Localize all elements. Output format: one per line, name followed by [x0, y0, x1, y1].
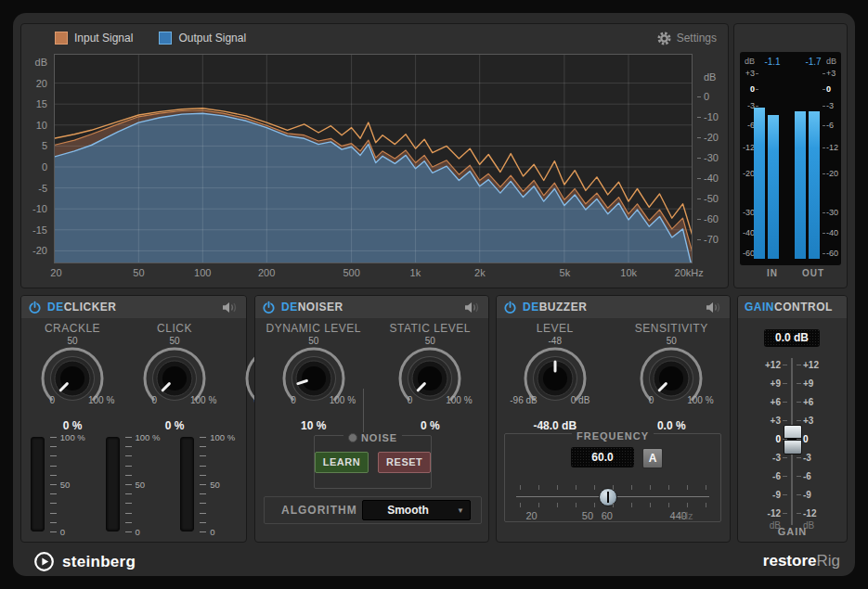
monitor-speaker-icon[interactable] [464, 301, 481, 314]
spectrum-axis-right: dB0-10-20-30-40-50-60-70 [696, 54, 728, 263]
declicker-title-accent: DE [47, 301, 64, 314]
spectrum-legend: Input SignalOutput Signal [21, 24, 728, 52]
output-meter-label: OUT [793, 268, 834, 278]
gain-value-display[interactable]: 0.0 dB [764, 329, 820, 347]
noise-led-indicator [348, 433, 357, 442]
input-meter-label: IN [752, 268, 793, 278]
gain-fader[interactable]: +12+12+9+9+6+6+3+300-3-3-6-6-9-9-12-12dB… [738, 355, 849, 537]
knob-sensitivity: SENSITIVITY500100 %0.0 % [614, 322, 731, 436]
knob-click: CLICK500100 %0 % [123, 322, 226, 436]
gear-icon [657, 32, 671, 45]
power-icon[interactable] [262, 301, 276, 314]
knob-crackle: CRACKLE500100 %0 % [21, 322, 123, 436]
gain-fader-handle[interactable] [784, 425, 802, 455]
spectrum-plot [54, 54, 693, 263]
declicker-module: DE CLICKER CRACKLE500100 %0 %CLICK500100… [20, 295, 247, 543]
debuzzer-module: DE BUZZER LEVEL-48-96 dB0 dB-48.0 dBSENS… [496, 295, 731, 543]
declicker-header: DE CLICKER [21, 296, 246, 318]
gain-control-module: GAIN CONTROL 0.0 dB +12+12+9+9+6+6+3+300… [737, 295, 848, 543]
legend-swatch-icon [159, 32, 172, 45]
monitor-speaker-icon[interactable] [222, 301, 239, 314]
frequency-slider-handle[interactable] [599, 488, 617, 506]
denoiser-header: DE NOISER [255, 296, 488, 318]
plugin-window: Input SignalOutput Signal Settings dB201… [13, 13, 855, 576]
knob-control[interactable]: 500100 % [21, 338, 123, 419]
steinberg-logo-icon [33, 551, 55, 572]
knob-control[interactable]: 500100 % [123, 338, 226, 419]
io-meter-box: dB -1.1 -1.7 dB +3+300-3-3-6-6-12-12-20-… [740, 52, 841, 265]
denoiser-title: NOISER [298, 301, 343, 314]
reset-button[interactable]: RESET [378, 452, 431, 473]
algorithm-value: Smooth [363, 501, 453, 519]
debuzzer-knobs: LEVEL-48-96 dB0 dB-48.0 dBSENSITIVITY500… [497, 322, 730, 436]
monitor-speaker-icon[interactable] [706, 301, 722, 314]
declicker-meters: 100 %500100 %500100 %500 [21, 437, 246, 531]
learn-button[interactable]: LEARN [315, 452, 369, 473]
algorithm-label: ALGORITHM [281, 504, 357, 517]
reduction-meter: 100 %500 [21, 437, 97, 531]
reduction-meter: 100 %500 [171, 437, 246, 531]
spectrum-svg [54, 54, 693, 263]
knob-static-level: STATIC LEVEL500100 %0 % [372, 322, 489, 436]
steinberg-brand: steinberg [33, 551, 136, 572]
gain-title: CONTROL [774, 301, 833, 314]
legend-item-output[interactable]: Output Signal [159, 32, 246, 45]
frequency-slider[interactable] [516, 480, 709, 512]
io-meter-labels: IN OUT [740, 268, 841, 283]
declicker-title: CLICKER [64, 301, 117, 314]
auto-detect-button[interactable]: A [642, 448, 663, 468]
legend-swatch-icon [55, 32, 68, 45]
reduction-meter: 100 %500 [97, 437, 172, 531]
denoiser-title-accent: DE [281, 301, 298, 314]
knob-level: LEVEL-48-96 dB0 dB-48.0 dB [497, 322, 614, 436]
settings-label: Settings [677, 32, 717, 45]
denoiser-knobs: DYNAMIC LEVEL500100 %10 %STATIC LEVEL500… [255, 322, 488, 436]
chevron-down-icon: ▼ [457, 506, 464, 515]
frequency-value-display[interactable]: 60.0 [571, 447, 634, 467]
knob-control[interactable]: -48-96 dB0 dB [504, 338, 606, 419]
spectrum-axis-left: dB20151050-5-10-15-20 [21, 54, 50, 263]
input-meter-bars [754, 72, 779, 259]
knob-control[interactable]: 500100 % [263, 338, 365, 419]
company-name: steinberg [62, 553, 136, 571]
gain-title-accent: GAIN [745, 301, 774, 314]
frequency-scale-labels: 205060440Hz [516, 510, 709, 523]
debuzzer-title-accent: DE [523, 301, 539, 314]
legend-item-input[interactable]: Input Signal [55, 32, 133, 45]
power-icon[interactable] [28, 301, 42, 314]
knob-control[interactable]: 500100 % [379, 338, 481, 419]
gain-header: GAIN CONTROL [738, 296, 847, 318]
knob-control[interactable]: 500100 % [620, 338, 722, 419]
noise-group: NOISE LEARN RESET [314, 435, 432, 489]
algorithm-group: ALGORITHM Smooth ▼ [264, 496, 482, 524]
spectrum-axis-x: 20501002005001k2k5k10k20kHz [54, 263, 730, 284]
io-meter-panel: dB -1.1 -1.7 dB +3+300-3-3-6-6-12-12-20-… [733, 23, 848, 288]
knob-value: 0 % [165, 419, 185, 436]
frequency-group: FREQUENCY 60.0 A 205060440Hz [504, 433, 721, 522]
knob-dynamic-level: DYNAMIC LEVEL500100 %10 % [255, 322, 372, 436]
footer-bar: steinberg restoreRig [20, 549, 848, 573]
frequency-group-label: FREQUENCY [572, 430, 654, 442]
gain-bottom-label: GAIN [738, 526, 847, 537]
declicker-knobs: CRACKLE500100 %0 %CLICK500100 %0 %POP500… [21, 322, 246, 436]
input-peak-value: -1.1 [752, 57, 793, 67]
product-name: restoreRig [763, 552, 840, 570]
settings-button[interactable]: Settings [657, 24, 717, 52]
noise-group-label: NOISE [361, 432, 397, 443]
spectrum-panel: Input SignalOutput Signal Settings dB201… [20, 23, 729, 288]
legend-label: Input Signal [74, 32, 133, 45]
algorithm-dropdown[interactable]: Smooth ▼ [362, 500, 471, 520]
output-meter-bars [795, 72, 820, 259]
debuzzer-header: DE BUZZER [497, 296, 730, 318]
power-icon[interactable] [503, 301, 517, 314]
legend-label: Output Signal [178, 32, 246, 45]
io-unit-right: dB [826, 57, 836, 66]
denoiser-module: DE NOISER DYNAMIC LEVEL500100 %10 %STATI… [254, 295, 489, 543]
debuzzer-title: BUZZER [539, 301, 588, 314]
